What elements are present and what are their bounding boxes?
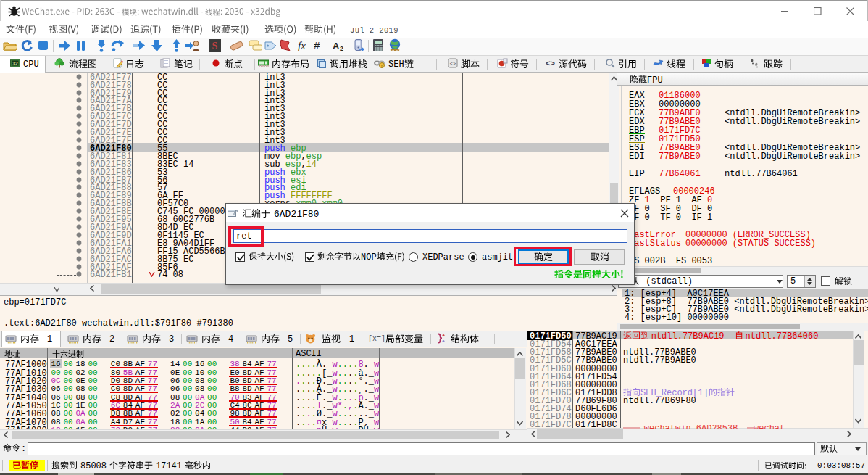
- svg-text:<>: <>: [450, 61, 456, 67]
- svg-text:2: 2: [340, 45, 343, 51]
- svg-text:fx: fx: [298, 40, 306, 51]
- svg-text:32: 32: [12, 61, 18, 66]
- svg-text:#: #: [314, 40, 320, 51]
- svg-text:S: S: [212, 41, 218, 51]
- svg-text:!: !: [381, 64, 383, 68]
- svg-text:<>: <>: [546, 59, 555, 67]
- svg-text:A: A: [333, 41, 340, 51]
